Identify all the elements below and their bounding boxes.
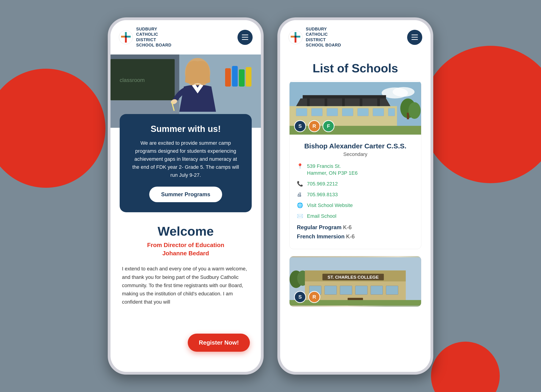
school-1-image: S R F xyxy=(290,81,421,136)
svg-rect-23 xyxy=(407,113,409,119)
svg-rect-12 xyxy=(225,68,231,87)
svg-rect-32 xyxy=(377,98,380,106)
schools-content: List of Schools xyxy=(280,55,431,372)
svg-text:classroom: classroom xyxy=(120,77,145,83)
welcome-body: I extend to each and every one of you a … xyxy=(122,265,250,306)
menu-line-2b xyxy=(411,37,418,38)
svg-point-21 xyxy=(393,87,415,97)
badge-f: F xyxy=(323,120,334,132)
school-1-badges: S R F xyxy=(294,120,334,132)
school-address: 📍 539 Francis St. Hammer, ON P3P 1E6 xyxy=(297,163,414,177)
bg-decoration-right xyxy=(422,46,541,183)
school-1-name: Bishop Alexander Carter C.S.S. xyxy=(297,142,414,150)
bg-decoration-left xyxy=(0,69,105,188)
menu-line-1 xyxy=(242,35,248,35)
summer-programs-button[interactable]: Summer Programs xyxy=(149,187,222,202)
school-fax: 🖨 705.969.8133 xyxy=(297,191,414,198)
school-email-link[interactable]: Email School xyxy=(307,213,336,220)
svg-rect-38 xyxy=(373,108,384,116)
svg-rect-35 xyxy=(327,108,338,116)
badge-r: R xyxy=(308,120,320,132)
regular-program-label: Regular Program xyxy=(297,224,342,230)
school-board-logo xyxy=(119,30,133,44)
school-1-type: Secondary xyxy=(297,151,414,157)
svg-text:ST. CHARLES COLLEGE: ST. CHARLES COLLEGE xyxy=(328,275,379,280)
svg-rect-26 xyxy=(303,95,386,98)
svg-rect-36 xyxy=(342,108,353,116)
school-website-link[interactable]: Visit School Website xyxy=(307,202,353,209)
svg-rect-14 xyxy=(239,69,244,87)
schools-page-title: List of Schools xyxy=(289,55,421,81)
badge-2-r: R xyxy=(308,291,320,303)
badge-s: S xyxy=(294,120,306,132)
fax-icon: 🖨 xyxy=(297,192,303,198)
regular-program-value: K-6 xyxy=(343,224,351,230)
school-2-image: ST. CHARLES COLLEGE xyxy=(290,256,421,307)
french-immersion-program: French Immersion K-6 xyxy=(297,233,414,240)
school-board-logo-2 xyxy=(288,30,303,44)
phone-1-header: SUDBURY CATHOLIC DISTRICT SCHOOL BOARD xyxy=(110,20,261,55)
email-icon: ✉️ xyxy=(297,213,303,219)
svg-rect-15 xyxy=(246,67,251,87)
welcome-title: Welcome xyxy=(122,224,250,239)
phones-container: SUDBURY CATHOLIC DISTRICT SCHOOL BOARD xyxy=(108,17,433,375)
school-fax-number: 705.969.8133 xyxy=(307,191,338,198)
svg-point-24 xyxy=(409,102,421,119)
menu-line-3b xyxy=(411,39,418,40)
menu-line-2 xyxy=(242,37,248,38)
summer-card-body: We are excited to provide summer camp pr… xyxy=(131,139,240,179)
svg-rect-28 xyxy=(307,98,310,106)
svg-rect-53 xyxy=(386,286,398,295)
svg-rect-50 xyxy=(340,286,352,295)
logo-area-2: SUDBURY CATHOLIC DISTRICT SCHOOL BOARD xyxy=(288,26,341,48)
welcome-subtitle: From Director of Education Johanne Bedar… xyxy=(122,241,250,258)
svg-rect-30 xyxy=(342,98,345,106)
svg-rect-51 xyxy=(355,286,368,295)
svg-rect-34 xyxy=(312,108,323,116)
summer-card: Summer with us! We are excited to provid… xyxy=(120,114,252,212)
phone-2-screen: SUDBURY CATHOLIC DISTRICT SCHOOL BOARD L… xyxy=(280,20,431,372)
school-address-text: 539 Francis St. Hammer, ON P3P 1E6 xyxy=(307,163,358,177)
school-1-info: Bishop Alexander Carter C.S.S. Secondary… xyxy=(290,136,421,249)
school-website[interactable]: 🌐 Visit School Website xyxy=(297,202,414,209)
svg-rect-31 xyxy=(360,98,362,106)
brand-name-2: SUDBURY CATHOLIC DISTRICT SCHOOL BOARD xyxy=(306,26,341,48)
menu-line-1b xyxy=(411,35,418,35)
logo-area: SUDBURY CATHOLIC DISTRICT SCHOOL BOARD xyxy=(119,26,172,48)
badge-2-s: S xyxy=(294,291,306,303)
svg-rect-13 xyxy=(232,66,238,87)
menu-line-3 xyxy=(242,39,248,40)
svg-rect-33 xyxy=(296,108,307,116)
school-card-2: ST. CHARLES COLLEGE xyxy=(289,256,421,307)
phone-1: SUDBURY CATHOLIC DISTRICT SCHOOL BOARD xyxy=(108,17,264,375)
regular-program: Regular Program K-6 xyxy=(297,224,414,231)
svg-rect-37 xyxy=(358,108,369,116)
school-email[interactable]: ✉️ Email School xyxy=(297,213,414,220)
location-icon: 📍 xyxy=(297,163,303,169)
phone-1-screen: SUDBURY CATHOLIC DISTRICT SCHOOL BOARD xyxy=(110,20,261,372)
school-phone: 📞 705.969.2212 xyxy=(297,180,414,188)
school-programs: Regular Program K-6 French Immersion K-6 xyxy=(297,224,414,240)
register-now-button[interactable]: Register Now! xyxy=(188,334,250,352)
summer-card-title: Summer with us! xyxy=(131,124,240,134)
bg-decoration-bottom-right xyxy=(431,342,500,392)
school-2-badges: S R xyxy=(294,291,320,303)
school-phone-number[interactable]: 705.969.2212 xyxy=(307,180,338,188)
french-immersion-value: K-6 xyxy=(346,233,355,239)
french-immersion-label: French Immersion xyxy=(297,233,344,239)
svg-rect-49 xyxy=(325,286,337,295)
menu-button-2[interactable] xyxy=(407,30,422,45)
svg-rect-52 xyxy=(371,286,383,295)
globe-icon: 🌐 xyxy=(297,202,303,208)
phone-icon: 📞 xyxy=(297,181,303,187)
brand-name: SUDBURY CATHOLIC DISTRICT SCHOOL BOARD xyxy=(136,26,172,48)
phone-2: SUDBURY CATHOLIC DISTRICT SCHOOL BOARD L… xyxy=(277,17,433,375)
svg-rect-39 xyxy=(388,108,395,116)
menu-button[interactable] xyxy=(238,30,253,45)
phone-2-header: SUDBURY CATHOLIC DISTRICT SCHOOL BOARD xyxy=(280,20,431,55)
school-card-1: S R F Bishop Alexander Carter C.S.S. Sec… xyxy=(289,81,421,249)
svg-rect-29 xyxy=(325,98,327,106)
